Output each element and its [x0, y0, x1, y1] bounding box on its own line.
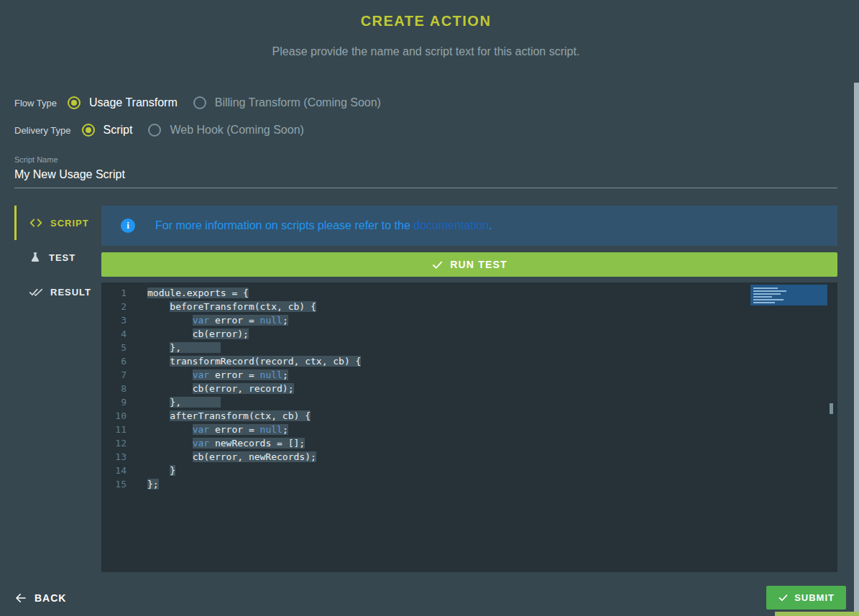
code-text: beforeTransform(ctx, cb) { — [133, 300, 316, 313]
create-action-page: CREATE ACTION Please provide the name an… — [0, 0, 859, 616]
code-text: var error = null; — [133, 313, 288, 327]
radio-billing-transform[interactable]: Billing Transform (Coming Soon) — [193, 96, 381, 109]
tab-script-label: SCRIPT — [50, 218, 89, 229]
main-area: SCRIPT TEST RESULT i For more informatio… — [14, 206, 837, 572]
submit-button[interactable]: SUBMIT — [766, 586, 846, 610]
minimap-line — [753, 302, 775, 303]
code-line[interactable]: 13 cb(error, newRecords); — [101, 450, 837, 464]
line-number: 15 — [101, 477, 133, 491]
code-line[interactable]: 10 afterTransform(ctx, cb) { — [101, 409, 837, 423]
info-icon: i — [121, 219, 135, 233]
editor-minimap[interactable] — [750, 285, 827, 305]
info-text-suffix: . — [489, 219, 492, 231]
code-line[interactable]: 6 transformRecord(record, ctx, cb) { — [101, 354, 837, 368]
code-line[interactable]: 5 }, — [101, 341, 837, 354]
code-text: transformRecord(record, ctx, cb) { — [133, 354, 361, 368]
line-number: 9 — [101, 395, 133, 409]
code-text: module.exports = { — [133, 286, 249, 300]
flask-icon — [29, 251, 42, 264]
code-editor[interactable]: 1module.exports = {2 beforeTransform(ctx… — [101, 282, 837, 572]
code-line[interactable]: 1module.exports = { — [101, 286, 837, 300]
info-banner-text: For more information on scripts please r… — [155, 219, 492, 232]
radio-selected-icon[interactable] — [82, 124, 95, 137]
minimap-line — [753, 299, 784, 300]
radio-unselected-icon[interactable] — [193, 96, 206, 109]
tab-result-label: RESULT — [50, 287, 91, 298]
code-text: }, — [133, 395, 221, 409]
back-label: BACK — [35, 592, 66, 604]
code-text: var error = null; — [133, 368, 288, 382]
radio-billing-transform-label: Billing Transform (Coming Soon) — [215, 96, 381, 109]
code-text: afterTransform(ctx, cb) { — [133, 409, 311, 423]
code-line[interactable]: 14 } — [101, 464, 837, 477]
line-number: 14 — [101, 464, 133, 477]
code-text: } — [133, 464, 175, 477]
info-text: For more information on scripts please r… — [155, 219, 413, 231]
tab-test[interactable]: TEST — [14, 240, 101, 275]
radio-web-hook[interactable]: Web Hook (Coming Soon) — [148, 124, 303, 137]
script-name-label: Script Name — [14, 155, 837, 164]
script-panel: i For more information on scripts please… — [101, 206, 837, 572]
line-number: 11 — [101, 423, 133, 436]
delivery-type-label: Delivery Type — [14, 125, 71, 136]
submit-label: SUBMIT — [794, 592, 835, 603]
documentation-link[interactable]: documentation — [413, 219, 489, 231]
line-number: 3 — [101, 313, 133, 327]
code-line[interactable]: 11 var error = null; — [101, 423, 837, 436]
arrow-left-icon — [14, 592, 27, 604]
delivery-type-row: Delivery Type Script Web Hook (Coming So… — [14, 124, 837, 137]
double-check-icon — [29, 285, 43, 299]
sidebar: SCRIPT TEST RESULT — [14, 206, 101, 572]
line-number: 6 — [101, 354, 133, 368]
minimap-line — [753, 296, 772, 298]
radio-script[interactable]: Script — [82, 124, 133, 137]
code-line[interactable]: 8 cb(error, record); — [101, 382, 837, 395]
line-number: 2 — [101, 300, 133, 313]
script-name-input[interactable] — [14, 168, 837, 181]
line-number: 12 — [101, 436, 133, 450]
code-line[interactable]: 7 var error = null; — [101, 368, 837, 382]
code-text: cb(error, record); — [133, 382, 294, 395]
radio-script-label: Script — [104, 124, 133, 137]
line-number: 7 — [101, 368, 133, 382]
code-text: var newRecords = []; — [133, 436, 305, 450]
code-line[interactable]: 9 }, — [101, 395, 837, 409]
code-icon — [29, 216, 43, 230]
run-test-button[interactable]: RUN TEST — [101, 252, 837, 277]
editor-scrollbar-thumb[interactable] — [830, 403, 833, 414]
line-number: 1 — [101, 286, 133, 300]
minimap-line — [753, 293, 781, 295]
code-line[interactable]: 2 beforeTransform(ctx, cb) { — [101, 300, 837, 313]
run-test-label: RUN TEST — [450, 259, 507, 270]
footer: BACK SUBMIT — [14, 579, 846, 616]
back-button[interactable]: BACK — [14, 592, 66, 604]
check-icon — [431, 259, 444, 271]
code-line[interactable]: 4 cb(error); — [101, 327, 837, 341]
page-subtitle: Please provide the name and script text … — [14, 45, 837, 58]
check-icon — [778, 592, 789, 603]
code-line[interactable]: 15}; — [101, 477, 837, 491]
tab-script[interactable]: SCRIPT — [14, 206, 101, 240]
minimap-line — [753, 290, 786, 292]
page-scrollbar[interactable] — [854, 83, 859, 616]
code-line[interactable]: 12 var newRecords = []; — [101, 436, 837, 450]
radio-usage-transform[interactable]: Usage Transform — [68, 96, 178, 109]
minimap-line — [753, 288, 778, 289]
code-text: cb(error, newRecords); — [133, 450, 316, 464]
tab-result[interactable]: RESULT — [14, 275, 101, 309]
line-number: 10 — [101, 409, 133, 423]
line-number: 4 — [101, 327, 133, 341]
line-number: 8 — [101, 382, 133, 395]
page-title: CREATE ACTION — [14, 13, 837, 29]
line-number: 13 — [101, 450, 133, 464]
line-number: 5 — [101, 341, 133, 354]
code-lines: 1module.exports = {2 beforeTransform(ctx… — [101, 286, 837, 491]
flow-type-label: Flow Type — [14, 98, 57, 109]
code-text: }; — [133, 477, 159, 491]
script-name-field: Script Name — [14, 155, 837, 188]
code-line[interactable]: 3 var error = null; — [101, 313, 837, 327]
radio-unselected-icon[interactable] — [148, 124, 161, 137]
radio-selected-icon[interactable] — [68, 96, 81, 109]
tab-test-label: TEST — [49, 252, 75, 263]
flow-type-row: Flow Type Usage Transform Billing Transf… — [14, 96, 837, 109]
